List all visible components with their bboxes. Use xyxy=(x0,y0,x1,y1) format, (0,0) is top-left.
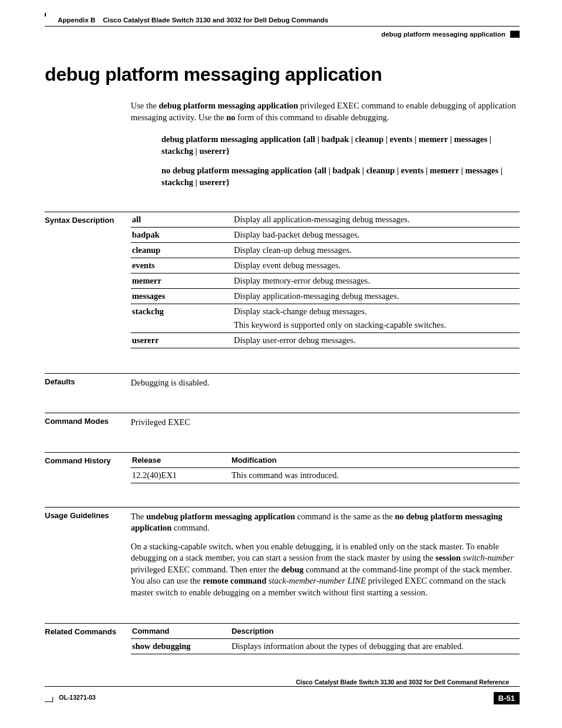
section-related-commands: Related Commands xyxy=(45,623,131,654)
footer-tick-icon xyxy=(45,701,53,703)
table-row: usererrDisplay user-error debug messages… xyxy=(131,333,520,348)
col-release: Release xyxy=(131,452,230,467)
footer-doc-number: OL-13271-03 xyxy=(59,694,95,701)
page-title: debug platform messaging application xyxy=(45,64,382,85)
syntax-line-2: no debug platform messaging application … xyxy=(161,165,520,188)
defaults-text: Debugging is disabled. xyxy=(131,373,520,389)
footer-doc-title: Cisco Catalyst Blade Switch 3130 and 303… xyxy=(296,678,509,686)
subheader: debug platform messaging application xyxy=(381,31,520,38)
usage-guidelines-text: The undebug platform messaging applicati… xyxy=(131,507,520,606)
header-tick xyxy=(45,13,46,17)
table-row: allDisplay all application-messaging deb… xyxy=(131,212,520,228)
appendix-label: Appendix B xyxy=(58,17,95,24)
table-row: messagesDisplay application-messaging de… xyxy=(131,289,520,304)
table-row: badpakDisplay bad-packet debug messages. xyxy=(131,228,520,243)
section-syntax-description: Syntax Description xyxy=(45,212,131,348)
syntax-line-1: debug platform messaging application {al… xyxy=(161,134,520,157)
section-defaults: Defaults xyxy=(45,373,131,389)
col-command: Command xyxy=(131,624,230,639)
page-header: Appendix B Cisco Catalyst Blade Switch 3… xyxy=(45,17,520,27)
related-commands-table: CommandDescription show debuggingDisplay… xyxy=(131,623,520,654)
header-marker-icon xyxy=(510,31,520,38)
footer-rule xyxy=(45,686,520,687)
command-modes-text: Privileged EXEC xyxy=(131,413,520,429)
table-row: cleanupDisplay clean-up debug messages. xyxy=(131,243,520,258)
command-name-header: debug platform messaging application xyxy=(381,31,505,38)
col-description: Description xyxy=(230,624,520,639)
section-usage-guidelines: Usage Guidelines xyxy=(45,507,131,606)
table-row: stackchgDisplay stack-change debug messa… xyxy=(131,304,520,333)
section-command-history: Command History xyxy=(45,452,131,483)
page-number: B-51 xyxy=(494,692,520,704)
syntax-description-table: allDisplay all application-messaging deb… xyxy=(131,212,520,348)
table-row: 12.2(40)EX1This command was introduced. xyxy=(131,467,520,483)
table-row: eventsDisplay event debug messages. xyxy=(131,258,520,274)
chapter-title: Cisco Catalyst Blade Switch 3130 and 303… xyxy=(103,17,329,24)
intro-paragraph: Use the debug platform messaging applica… xyxy=(131,100,520,123)
table-row: show debuggingDisplays information about… xyxy=(131,639,520,654)
table-row: memerrDisplay memory-error debug message… xyxy=(131,274,520,289)
col-modification: Modification xyxy=(230,452,520,467)
command-history-table: ReleaseModification 12.2(40)EX1This comm… xyxy=(131,452,520,483)
section-command-modes: Command Modes xyxy=(45,413,131,429)
